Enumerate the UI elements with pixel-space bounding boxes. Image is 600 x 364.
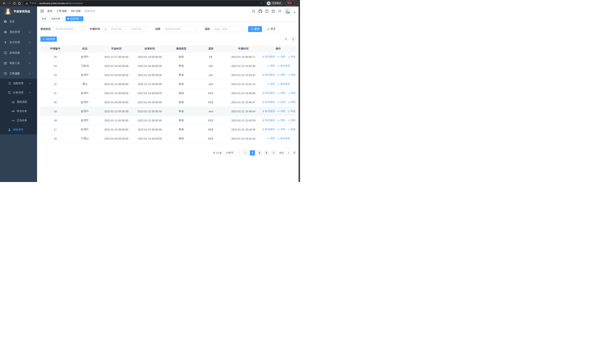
leave-type-select[interactable]: 请选择请假类型 xyxy=(53,26,84,32)
table-row: 24已取消2022-01-03 00:00:002022-01-26 00:00… xyxy=(40,61,296,70)
cancel-link[interactable]: 取消请假 xyxy=(262,110,275,113)
edit-icon xyxy=(288,101,290,103)
toggle-search-button[interactable] xyxy=(283,37,289,42)
arrow-left-icon xyxy=(3,2,6,5)
result-select[interactable]: 请选择流结果 xyxy=(163,26,198,32)
action-label: 取消请假 xyxy=(265,73,275,76)
progress-link[interactable]: 审批进度 xyxy=(288,55,296,58)
detail-link[interactable]: 详情 xyxy=(267,82,275,86)
table-row: 22通过2022-01-22 00:00:002022-01-22 00:00:… xyxy=(40,80,296,89)
sidebar-item-label: 待办任务 xyxy=(17,110,34,113)
view-icon xyxy=(277,128,280,131)
cancel-link[interactable]: 取消请假 xyxy=(262,101,275,104)
next-page-button[interactable] xyxy=(271,150,276,156)
cell-actions: 详情审批进度 xyxy=(261,61,296,70)
avatar-dropdown-caret[interactable] xyxy=(294,12,296,13)
sidebar-item-支付管理[interactable]: ¥支付管理 xyxy=(0,37,37,48)
view-icon xyxy=(267,137,269,140)
detail-link[interactable]: 详情 xyxy=(267,64,275,67)
progress-link[interactable]: 审批进度 xyxy=(288,110,296,113)
reset-button[interactable]: 重置 xyxy=(264,26,279,32)
github-icon[interactable] xyxy=(259,9,262,13)
breadcrumb-item[interactable]: OA 示例 xyxy=(71,9,80,13)
goto-page-input[interactable] xyxy=(285,150,292,156)
cell-reason: EEE xyxy=(196,98,226,107)
sidebar-item-工作流程[interactable]: 工作流程 xyxy=(0,68,37,79)
tab-流程详情[interactable]: 流程详情× xyxy=(49,16,65,21)
refresh-table-button[interactable] xyxy=(291,37,296,42)
sidebar-item-流程管理[interactable]: 流程管理 xyxy=(0,79,37,88)
detail-link[interactable]: 详情 xyxy=(277,110,285,113)
refresh-icon xyxy=(292,38,294,40)
sidebar-item-我的流程[interactable]: 我的流程 xyxy=(0,97,37,107)
sidebar-item-任务管理[interactable]: 任务管理 xyxy=(0,88,37,97)
chevron-down-icon xyxy=(28,62,31,65)
toolbox-icon xyxy=(4,62,7,65)
close-tab-icon[interactable]: × xyxy=(61,18,63,20)
progress-link[interactable]: 审批进度 xyxy=(288,128,296,131)
cancel-link[interactable]: 取消请假 xyxy=(262,119,275,122)
detail-link[interactable]: 详情 xyxy=(277,119,285,122)
breadcrumb-item[interactable]: 首页 xyxy=(47,9,52,13)
tab-首页[interactable]: 首页 xyxy=(40,16,48,21)
detail-link[interactable]: 详情 xyxy=(277,73,285,76)
font-size-icon[interactable]: TT xyxy=(278,10,281,13)
progress-link[interactable]: 审批进度 xyxy=(288,101,296,104)
progress-link[interactable]: 审批进度 xyxy=(288,91,296,95)
cell-start: 2022-01-22 00:00:00 xyxy=(100,89,133,98)
progress-link[interactable]: 审批进度 xyxy=(288,119,296,122)
user-avatar[interactable] xyxy=(285,8,291,14)
page-size-select[interactable]: 10条/页 xyxy=(224,150,240,156)
sidebar-item-请假查询[interactable]: 请假查询 xyxy=(0,125,37,134)
detail-link[interactable]: 详情 xyxy=(277,101,285,104)
sidebar-item-已办任务[interactable]: 已办任务 xyxy=(0,116,37,125)
prev-page-button[interactable] xyxy=(243,150,248,156)
sidebar-item-系统管理[interactable]: 系统管理 xyxy=(0,27,37,37)
sidebar-item-待办任务[interactable]: 待办任务 xyxy=(0,107,37,116)
sidebar-fold-button[interactable] xyxy=(40,9,44,13)
help-icon[interactable] xyxy=(265,9,269,13)
column-header: 开始时间 xyxy=(100,45,133,52)
browser-address-bar[interactable]: 不安全 dashboard.yudao.iocoder.cn/bpm/oa/le… xyxy=(23,1,265,6)
cell-status: 已取消 xyxy=(70,61,100,70)
fullscreen-icon[interactable] xyxy=(272,9,275,13)
browser-back-button[interactable] xyxy=(2,1,7,6)
browser-forward-button[interactable] xyxy=(7,1,12,6)
app-logo-row[interactable]: 芋道管理系统 xyxy=(0,7,37,17)
cancel-link[interactable]: 取消请假 xyxy=(262,73,275,76)
detail-link[interactable]: 详情 xyxy=(267,137,275,140)
delete-icon xyxy=(262,101,265,103)
sidebar-item-研发工具[interactable]: 研发工具 xyxy=(0,58,37,68)
detail-link[interactable]: 详情 xyxy=(277,91,285,95)
progress-link[interactable]: 审批进度 xyxy=(277,64,290,67)
cancel-link[interactable]: 取消请假 xyxy=(262,55,275,58)
url-text: dashboard.yudao.iocoder.cn/bpm/oa/leave xyxy=(39,2,83,5)
browser-reload-button[interactable] xyxy=(12,1,17,6)
progress-link[interactable]: 审批进度 xyxy=(277,82,290,86)
browser-menu-button[interactable]: 更新 ⋮ xyxy=(285,1,298,6)
bookmark-star-icon[interactable]: ☆ xyxy=(260,2,262,5)
page-number-button[interactable]: 2 xyxy=(257,150,262,156)
page-number-button[interactable]: 1 xyxy=(250,150,255,156)
browser-scrollbar[interactable] xyxy=(299,7,300,182)
detail-link[interactable]: 详情 xyxy=(277,55,285,58)
sidebar-item-首页[interactable]: 首页 xyxy=(0,17,37,27)
create-leave-button[interactable]: 发起请假 xyxy=(40,37,57,42)
progress-link[interactable]: 审批进度 xyxy=(288,73,296,76)
cancel-link[interactable]: 取消请假 xyxy=(262,128,275,131)
close-tab-icon[interactable]: × xyxy=(80,18,82,20)
apply-time-range-picker[interactable]: 开始日期 - 结束日期 xyxy=(102,26,147,32)
breadcrumb-item[interactable]: 工作流程 xyxy=(56,9,67,13)
cancel-link[interactable]: 取消请假 xyxy=(262,91,275,95)
leave-type-placeholder: 请选择请假类型 xyxy=(56,28,74,31)
page-number-button[interactable]: 3 xyxy=(264,150,269,156)
search-button[interactable]: 搜索 xyxy=(248,26,262,32)
security-warning-icon[interactable] xyxy=(26,2,28,5)
reason-input[interactable] xyxy=(212,26,244,32)
search-icon[interactable] xyxy=(252,9,256,13)
browser-home-button[interactable] xyxy=(17,1,22,6)
tab-请假查询[interactable]: 请假查询× xyxy=(66,16,83,21)
progress-link[interactable]: 审批进度 xyxy=(277,137,290,140)
sidebar-item-基础设施[interactable]: 基础设施 xyxy=(0,48,37,58)
detail-link[interactable]: 详情 xyxy=(277,128,285,131)
